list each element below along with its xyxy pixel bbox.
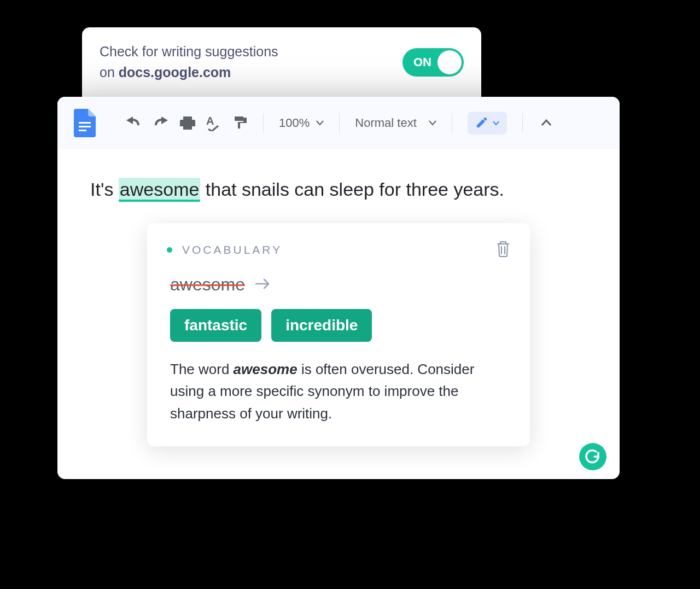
docs-toolbar: A 100% Normal text — [57, 97, 620, 149]
zoom-value: 100% — [279, 116, 310, 130]
card-header-left: VOCABULARY — [167, 243, 282, 256]
print-icon[interactable] — [180, 115, 195, 131]
suggestion-card: VOCABULARY awesome fantastic incredible — [147, 223, 530, 446]
category-dot — [167, 247, 172, 253]
collapse-toolbar-icon[interactable] — [541, 118, 551, 128]
settings-text-line1: Check for writing suggestions — [100, 44, 278, 59]
toolbar-separator — [263, 113, 264, 133]
strike-row: awesome — [170, 275, 510, 295]
svg-rect-0 — [79, 122, 91, 124]
chevron-down-icon — [429, 120, 436, 126]
extension-settings-text: Check for writing suggestions on docs.go… — [100, 42, 278, 83]
chevron-down-icon — [493, 121, 499, 126]
desc-prefix: The word — [170, 361, 234, 377]
paint-format-icon[interactable] — [232, 115, 248, 131]
undo-icon[interactable] — [125, 116, 142, 130]
editing-mode-button[interactable] — [468, 112, 507, 135]
suggestion-pill-incredible[interactable]: incredible — [271, 309, 372, 342]
toolbar-separator — [452, 113, 452, 133]
highlighted-word[interactable]: awesome — [119, 178, 201, 202]
card-header: VOCABULARY — [167, 241, 510, 259]
card-description: The word awesome is often overused. Cons… — [170, 358, 510, 424]
toggle-label: ON — [413, 55, 431, 69]
redo-icon[interactable] — [153, 116, 169, 130]
text-style-selector[interactable]: Normal text — [355, 116, 436, 130]
settings-domain: docs.google.com — [119, 65, 231, 80]
sentence-prefix: It's — [90, 179, 119, 200]
spellcheck-icon[interactable]: A — [206, 115, 221, 131]
suggestion-pills: fantastic incredible — [170, 309, 510, 342]
svg-text:A: A — [206, 115, 214, 127]
chevron-down-icon — [316, 120, 324, 126]
trash-icon[interactable] — [496, 241, 510, 259]
sentence-suffix: that snails can sleep for three years. — [200, 179, 504, 200]
svg-rect-1 — [79, 126, 91, 127]
grammarly-icon — [585, 448, 601, 465]
desc-bold-word: awesome — [234, 361, 298, 377]
zoom-selector[interactable]: 100% — [279, 116, 324, 130]
google-docs-icon — [74, 109, 96, 137]
docs-window: A 100% Normal text — [57, 97, 620, 479]
pencil-icon — [475, 117, 487, 129]
suggestions-toggle[interactable]: ON — [402, 48, 464, 77]
toolbar-separator — [522, 113, 523, 133]
toggle-knob — [438, 50, 462, 74]
original-word: awesome — [170, 275, 245, 295]
document-sentence: It's awesome that snails can sleep for t… — [90, 176, 587, 203]
document-body[interactable]: It's awesome that snails can sleep for t… — [57, 149, 620, 457]
card-category: VOCABULARY — [182, 243, 282, 256]
text-style-value: Normal text — [355, 116, 416, 130]
toolbar-separator — [339, 113, 340, 133]
toolbar-actions: A — [125, 115, 248, 131]
suggestion-pill-fantastic[interactable]: fantastic — [170, 309, 261, 342]
grammarly-badge[interactable] — [579, 443, 606, 470]
arrow-right-icon — [255, 278, 270, 292]
svg-rect-2 — [79, 130, 86, 131]
settings-text-line2-prefix: on — [100, 65, 119, 80]
